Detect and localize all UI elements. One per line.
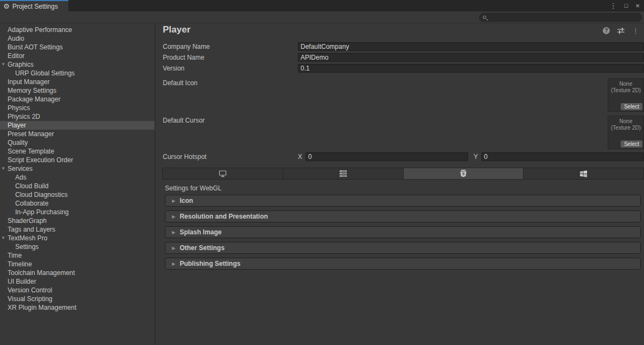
- company-name-label: Company Name: [163, 43, 298, 50]
- section-splash-image[interactable]: ▶ Splash Image: [165, 226, 641, 238]
- window-tab-title: Project Settings: [12, 3, 58, 10]
- sidebar-item-version-control[interactable]: Version Control: [0, 286, 155, 295]
- foldout-triangle-icon[interactable]: ▼: [1, 60, 5, 69]
- sidebar-item-ads[interactable]: Ads: [0, 173, 155, 182]
- sidebar-item-player[interactable]: Player: [0, 121, 155, 130]
- search-input[interactable]: [486, 14, 641, 21]
- settings-for-platform-header: Settings for WebGL: [165, 184, 222, 192]
- tab-standalone[interactable]: [163, 168, 283, 179]
- sidebar-item-label: Physics 2D: [8, 113, 40, 120]
- sidebar-item-label: Physics: [8, 104, 30, 112]
- foldout-triangle-icon[interactable]: ▶: [172, 261, 175, 266]
- sidebar-item-scene-template[interactable]: Scene Template: [0, 147, 155, 156]
- server-icon: [340, 170, 347, 177]
- version-label: Version: [163, 65, 298, 72]
- maximize-icon[interactable]: □: [624, 3, 628, 9]
- foldout-triangle-icon[interactable]: ▶: [172, 230, 175, 235]
- sidebar-item-label: Preset Manager: [8, 130, 54, 138]
- sidebar-item-visual-scripting[interactable]: Visual Scripting: [0, 295, 155, 303]
- sidebar-item-label: Cloud Build: [15, 182, 48, 190]
- sidebar-item-services[interactable]: ▼ Services: [0, 164, 155, 173]
- sidebar-item-audio[interactable]: Audio: [0, 34, 155, 43]
- texture-none-text: None (Texture 2D): [608, 81, 643, 94]
- gear-icon: ⚙: [3, 3, 10, 10]
- sidebar-item-physics[interactable]: Physics: [0, 104, 155, 112]
- section-publishing-settings[interactable]: ▶ Publishing Settings: [165, 258, 641, 270]
- sidebar-item-shadergraph[interactable]: ShaderGraph: [0, 216, 155, 225]
- sidebar-item-label: Settings: [15, 243, 39, 251]
- foldout-triangle-icon[interactable]: ▼: [1, 234, 5, 242]
- sidebar-item-timeline[interactable]: Timeline: [0, 260, 155, 269]
- toolbar: [0, 11, 644, 23]
- tab-windows[interactable]: [524, 168, 643, 179]
- version-row: Version: [163, 63, 644, 74]
- product-name-row: Product Name: [163, 52, 644, 63]
- product-name-label: Product Name: [163, 54, 298, 61]
- search-box[interactable]: [479, 13, 642, 22]
- sidebar-item-settings[interactable]: Settings: [0, 242, 155, 251]
- sidebar-item-label: Scene Template: [8, 148, 54, 155]
- section-label: Other Settings: [180, 244, 225, 252]
- tab-dedicated-server[interactable]: [283, 168, 404, 179]
- sidebar-item-package-manager[interactable]: Package Manager: [0, 95, 155, 104]
- sidebar-item-xr-plugin-management[interactable]: XR Plugin Management: [0, 303, 155, 312]
- product-name-input[interactable]: [298, 53, 644, 62]
- page-title: Player: [163, 24, 190, 35]
- sidebar-item-preset-manager[interactable]: Preset Manager: [0, 130, 155, 138]
- search-icon: [483, 16, 486, 19]
- sidebar-item-script-execution-order[interactable]: Script Execution Order: [0, 156, 155, 164]
- default-cursor-texture-slot[interactable]: None (Texture 2D) Select: [608, 116, 644, 149]
- sidebar-item-graphics[interactable]: ▼ Graphics: [0, 60, 155, 69]
- sidebar-item-label: Time: [8, 252, 22, 259]
- section-icon[interactable]: ▶ Icon: [165, 195, 641, 207]
- sidebar-item-ui-builder[interactable]: UI Builder: [0, 277, 155, 286]
- sidebar-item-label: Collaborate: [15, 200, 48, 207]
- sidebar-item-label: Ads: [15, 174, 27, 181]
- sidebar-item-burst-aot-settings[interactable]: Burst AOT Settings: [0, 43, 155, 52]
- foldout-triangle-icon[interactable]: ▼: [1, 164, 5, 173]
- settings-sections: ▶ Icon ▶ Resolution and Presentation ▶ S…: [165, 195, 641, 273]
- sidebar-item-memory-settings[interactable]: Memory Settings: [0, 86, 155, 95]
- default-icon-texture-slot[interactable]: None (Texture 2D) Select: [608, 78, 644, 112]
- more-menu-icon[interactable]: ⋮: [632, 27, 639, 34]
- sidebar-item-input-manager[interactable]: Input Manager: [0, 78, 155, 86]
- sidebar-item-label: UI Builder: [8, 278, 36, 285]
- window-tab-project-settings[interactable]: ⚙ Project Settings: [0, 0, 68, 11]
- sidebar-item-cloud-diagnostics[interactable]: Cloud Diagnostics: [0, 190, 155, 199]
- sidebar-item-toolchain-management[interactable]: Toolchain Management: [0, 269, 155, 277]
- sidebar-item-cloud-build[interactable]: Cloud Build: [0, 182, 155, 190]
- default-icon-select-button[interactable]: Select: [621, 103, 642, 110]
- sidebar-item-in-app-purchasing[interactable]: In-App Purchasing: [0, 208, 155, 216]
- hotspot-x-input[interactable]: [305, 152, 468, 161]
- foldout-triangle-icon[interactable]: ▶: [172, 199, 175, 203]
- company-name-input[interactable]: [298, 42, 644, 51]
- default-cursor-select-button[interactable]: Select: [621, 140, 642, 148]
- foldout-triangle-icon[interactable]: ▶: [172, 246, 175, 251]
- version-input[interactable]: [298, 64, 644, 73]
- sidebar-item-quality[interactable]: Quality: [0, 138, 155, 147]
- sidebar-item-label: Cloud Diagnostics: [15, 191, 68, 199]
- sidebar-item-urp-global-settings[interactable]: URP Global Settings: [0, 69, 155, 78]
- hotspot-y-input[interactable]: [481, 152, 644, 161]
- sidebar-item-tags-and-layers[interactable]: Tags and Layers: [0, 225, 155, 234]
- sidebar-item-label: Version Control: [8, 286, 52, 294]
- sidebar-item-textmesh-pro[interactable]: ▼ TextMesh Pro: [0, 234, 155, 242]
- foldout-triangle-icon[interactable]: ▶: [172, 214, 175, 219]
- sidebar-item-editor[interactable]: Editor: [0, 52, 155, 60]
- presets-icon[interactable]: [617, 27, 625, 34]
- close-icon[interactable]: ×: [635, 2, 640, 9]
- sidebar-item-label: Services: [8, 165, 33, 173]
- sidebar-item-label: Timeline: [8, 260, 32, 268]
- window-menu-icon[interactable]: ⋮: [610, 2, 617, 9]
- sidebar-item-label: Toolchain Management: [8, 269, 75, 277]
- sidebar-item-label: Tags and Layers: [8, 226, 55, 233]
- help-icon[interactable]: ?: [603, 27, 610, 34]
- tab-webgl[interactable]: 5: [404, 168, 524, 179]
- sidebar-item-time[interactable]: Time: [0, 251, 155, 260]
- sidebar-item-collaborate[interactable]: Collaborate: [0, 199, 155, 208]
- section-other-settings[interactable]: ▶ Other Settings: [165, 242, 641, 254]
- sidebar-item-adaptive-performance[interactable]: Adaptive Performance: [0, 25, 155, 34]
- section-resolution-and-presentation[interactable]: ▶ Resolution and Presentation: [165, 210, 641, 222]
- monitor-icon: [219, 170, 227, 177]
- sidebar-item-physics-2d[interactable]: Physics 2D: [0, 112, 155, 121]
